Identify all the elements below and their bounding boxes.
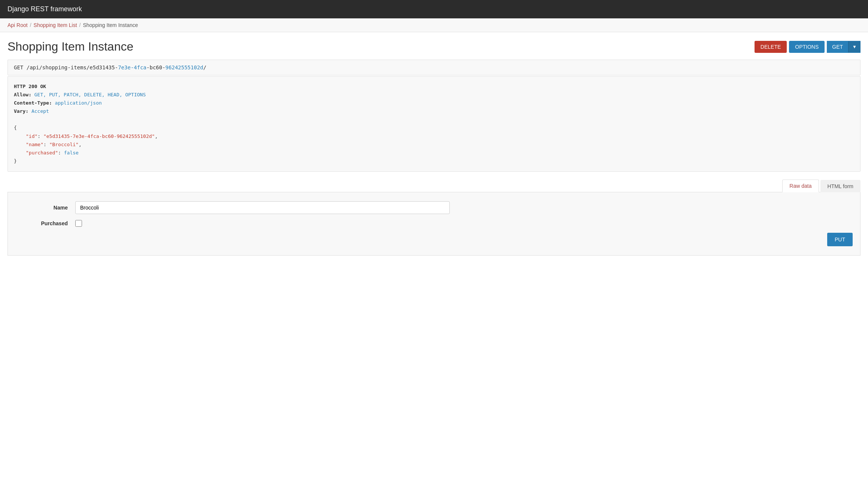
response-allow: Allow: GET, PUT, PATCH, DELETE, HEAD, OP… bbox=[14, 91, 854, 99]
response-purchased-row: "purchased": false bbox=[14, 149, 854, 157]
get-button-label[interactable]: GET bbox=[827, 41, 848, 53]
url-uuid2: 96242555102d bbox=[166, 64, 203, 70]
breadcrumb-current: Shopping Item Instance bbox=[83, 22, 138, 28]
breadcrumb: Api Root / Shopping Item List / Shopping… bbox=[0, 18, 868, 32]
response-body-open: { bbox=[14, 124, 854, 132]
put-button[interactable]: PUT bbox=[827, 233, 853, 246]
page-header: Shopping Item Instance DELETE OPTIONS GE… bbox=[7, 40, 861, 54]
form-footer: PUT bbox=[15, 233, 853, 246]
tab-html-form[interactable]: HTML form bbox=[820, 180, 861, 192]
main-content: Shopping Item Instance DELETE OPTIONS GE… bbox=[0, 32, 868, 256]
url-path-prefix: /api/shopping-items/e5d31435- bbox=[23, 64, 118, 70]
options-button[interactable]: OPTIONS bbox=[789, 41, 825, 53]
navbar-title: Django REST framework bbox=[7, 5, 82, 13]
header-buttons: DELETE OPTIONS GET ▼ bbox=[755, 41, 861, 53]
response-box: HTTP 200 OK Allow: GET, PUT, PATCH, DELE… bbox=[7, 76, 861, 172]
breadcrumb-sep-2: / bbox=[79, 22, 81, 28]
form-area: Name Purchased PUT bbox=[7, 192, 861, 256]
response-name-row: "name": "Broccoli", bbox=[14, 141, 854, 149]
form-purchased-row: Purchased bbox=[15, 220, 853, 227]
purchased-checkbox[interactable] bbox=[75, 220, 82, 227]
form-purchased-label: Purchased bbox=[15, 220, 75, 226]
url-path-suffix: / bbox=[203, 64, 206, 70]
get-button-caret[interactable]: ▼ bbox=[848, 41, 861, 52]
response-content-type: Content-Type: application/json bbox=[14, 99, 854, 107]
response-body-close: } bbox=[14, 157, 854, 165]
url-uuid1: 7e3e-4fca bbox=[118, 64, 146, 70]
navbar: Django REST framework bbox=[0, 0, 868, 18]
response-vary: Vary: Accept bbox=[14, 107, 854, 115]
tabs-row: Raw data HTML form bbox=[7, 179, 861, 192]
get-button-group[interactable]: GET ▼ bbox=[827, 41, 861, 53]
breadcrumb-sep-1: / bbox=[30, 22, 31, 28]
url-path-middle: -bc60- bbox=[146, 64, 166, 70]
response-status: HTTP 200 OK bbox=[14, 82, 854, 91]
url-bar: GET /api/shopping-items/e5d31435-7e3e-4f… bbox=[7, 60, 861, 75]
breadcrumb-api-root[interactable]: Api Root bbox=[7, 22, 28, 28]
breadcrumb-shopping-item-list[interactable]: Shopping Item List bbox=[34, 22, 77, 28]
form-name-row: Name bbox=[15, 201, 853, 214]
form-name-label: Name bbox=[15, 205, 75, 211]
page-title: Shopping Item Instance bbox=[7, 40, 133, 54]
name-input[interactable] bbox=[75, 201, 450, 214]
url-method: GET bbox=[14, 64, 23, 70]
tab-raw-data[interactable]: Raw data bbox=[782, 180, 819, 192]
response-id-row: "id": "e5d31435-7e3e-4fca-bc60-962425551… bbox=[14, 132, 854, 141]
delete-button[interactable]: DELETE bbox=[755, 41, 787, 53]
